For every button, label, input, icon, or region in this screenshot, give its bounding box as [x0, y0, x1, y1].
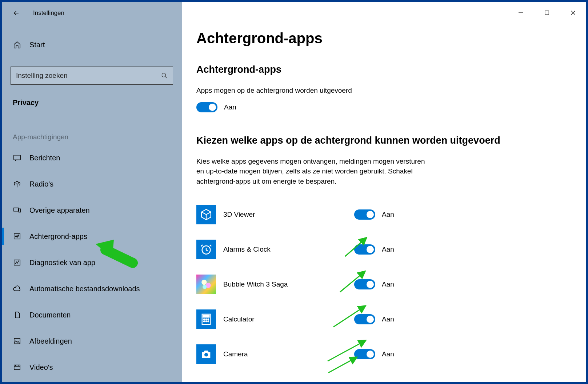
app-name: Camera	[223, 350, 354, 358]
app-calculator-icon	[196, 309, 216, 329]
home-icon	[13, 40, 21, 49]
app-row: Bubble Witch 3 Saga Aan	[196, 267, 586, 302]
app-row: 3D Viewer Aan	[196, 197, 586, 232]
app-toggle-label: Aan	[382, 315, 394, 323]
minimize-button[interactable]	[508, 5, 534, 20]
home-button[interactable]: Start	[2, 37, 182, 52]
svg-point-0	[162, 73, 166, 77]
sidebar-item-documenten[interactable]: Documenten	[2, 302, 182, 328]
page-title: Achtergrond-apps	[196, 30, 586, 47]
section2-desc: Kies welke apps gegevens mogen ontvangen…	[196, 156, 429, 187]
search-icon	[161, 72, 168, 79]
svg-point-20	[208, 321, 209, 322]
maximize-button[interactable]	[534, 5, 560, 20]
svg-point-21	[204, 353, 208, 357]
app-row: Alarms & Clock Aan	[196, 232, 586, 267]
search-input[interactable]: Instelling zoeken	[11, 67, 173, 85]
svg-rect-2	[14, 208, 19, 211]
app-name: Bubble Witch 3 Saga	[223, 280, 354, 288]
message-icon	[13, 153, 21, 162]
sidebar-item-label: Overige apparaten	[29, 206, 90, 215]
radio-icon	[13, 180, 21, 188]
sidebar-item-diagnostiek[interactable]: Diagnostiek van app	[2, 249, 182, 276]
app-toggle-label: Aan	[382, 280, 394, 288]
svg-point-12	[203, 285, 207, 289]
back-button[interactable]	[13, 9, 20, 17]
image-icon	[13, 337, 21, 345]
window-controls	[508, 5, 586, 20]
section1-desc: Apps mogen op de achtergrond worden uitg…	[196, 85, 429, 96]
svg-rect-8	[545, 11, 549, 15]
svg-rect-14	[203, 315, 209, 317]
svg-point-15	[204, 319, 205, 320]
sidebar-item-label: Afbeeldingen	[29, 337, 72, 345]
svg-rect-1	[14, 155, 20, 160]
window-title: Instellingen	[33, 9, 64, 17]
home-label: Start	[29, 41, 45, 49]
svg-rect-3	[19, 209, 21, 212]
sidebar-item-label: Video's	[29, 363, 53, 372]
sidebar-item-overige-apparaten[interactable]: Overige apparaten	[2, 197, 182, 223]
app-3dviewer-toggle[interactable]	[354, 209, 375, 220]
sidebar-item-radios[interactable]: Radio's	[2, 171, 182, 197]
app-list: 3D Viewer Aan Alarms & Clock Aan	[196, 197, 586, 372]
app-row: Camera Aan	[196, 337, 586, 372]
settings-window: Instellingen Start Instelling zoeken Pri…	[0, 0, 588, 384]
sidebar-item-label: Documenten	[29, 311, 71, 319]
app-camera-icon	[196, 344, 216, 364]
sidebar-item-label: Diagnostiek van app	[29, 259, 95, 267]
close-button[interactable]	[560, 5, 586, 20]
section2-title: Kiezen welke apps op de achtergrond kunn…	[196, 135, 586, 146]
main-content: Achtergrond-apps Achtergrond-apps Apps m…	[182, 2, 586, 382]
sidebar-item-label: Berichten	[29, 154, 60, 162]
app-alarms-toggle[interactable]	[354, 244, 375, 255]
svg-rect-7	[14, 365, 20, 370]
sidebar-item-label: Achtergrond-apps	[29, 232, 87, 241]
app-name: Calculator	[223, 315, 354, 323]
app-name: Alarms & Clock	[223, 245, 354, 253]
sidebar-item-afbeeldingen[interactable]: Afbeeldingen	[2, 328, 182, 354]
sidebar-section-header: App-machtigingen	[13, 133, 182, 141]
app-toggle-label: Aan	[382, 350, 394, 358]
global-toggle-label: Aan	[224, 103, 236, 111]
sidebar-item-achtergrond-apps[interactable]: Achtergrond-apps	[2, 223, 182, 249]
svg-point-10	[201, 280, 207, 285]
app-camera-toggle[interactable]	[354, 349, 375, 359]
sidebar-item-downloads[interactable]: Automatische bestandsdownloads	[2, 276, 182, 302]
sidebar-item-berichten[interactable]: Berichten	[2, 145, 182, 171]
global-background-toggle[interactable]	[196, 102, 217, 112]
video-icon	[13, 363, 21, 372]
devices-icon	[13, 206, 21, 215]
search-placeholder: Instelling zoeken	[16, 72, 68, 80]
app-bubblewitch-toggle[interactable]	[354, 279, 375, 289]
cloud-icon	[13, 284, 21, 293]
sidebar: Instellingen Start Instelling zoeken Pri…	[2, 2, 182, 382]
activity-icon	[13, 232, 21, 241]
app-3dviewer-icon	[196, 205, 216, 224]
app-row: Calculator Aan	[196, 302, 586, 337]
diagnostics-icon	[13, 258, 21, 267]
app-calculator-toggle[interactable]	[354, 314, 375, 324]
sidebar-item-label: Automatische bestandsdownloads	[29, 285, 140, 293]
section1-title: Achtergrond-apps	[196, 64, 586, 75]
svg-point-19	[206, 321, 207, 322]
sidebar-item-label: Radio's	[29, 180, 53, 188]
svg-point-16	[206, 319, 207, 320]
app-toggle-label: Aan	[382, 211, 394, 219]
app-bubblewitch-icon	[196, 275, 216, 294]
svg-point-18	[204, 321, 205, 322]
app-name: 3D Viewer	[223, 211, 354, 219]
sidebar-item-videos[interactable]: Video's	[2, 354, 182, 380]
titlebar: Instellingen	[2, 2, 182, 16]
category-label: Privacy	[13, 99, 182, 107]
svg-point-17	[208, 319, 209, 320]
global-toggle-row: Aan	[196, 102, 586, 112]
document-icon	[13, 311, 21, 319]
app-alarms-icon	[196, 240, 216, 259]
app-toggle-label: Aan	[382, 245, 394, 253]
